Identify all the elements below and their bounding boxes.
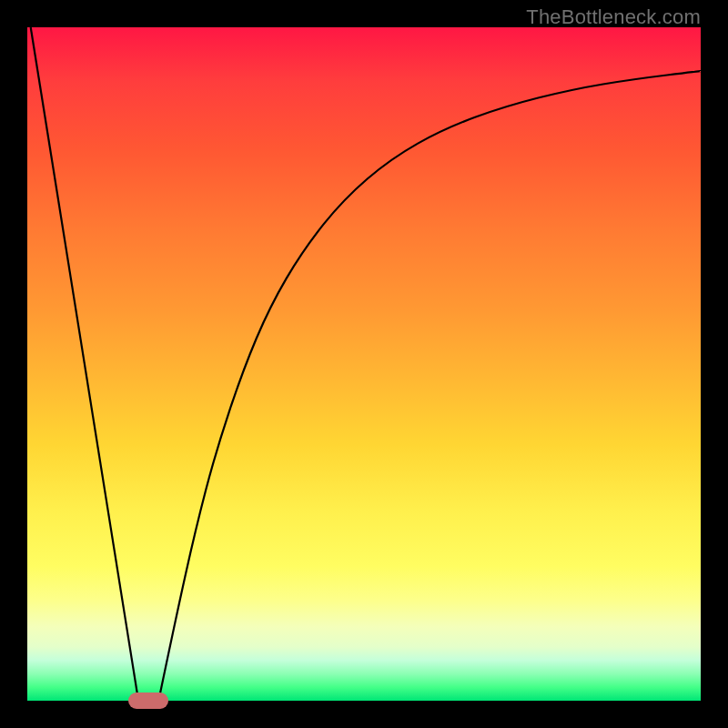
left-descending-line xyxy=(31,27,138,701)
right-rising-curve xyxy=(158,71,701,701)
bottom-marker xyxy=(128,693,168,709)
chart-container: TheBottleneck.com xyxy=(0,0,728,728)
chart-curves xyxy=(0,0,728,728)
